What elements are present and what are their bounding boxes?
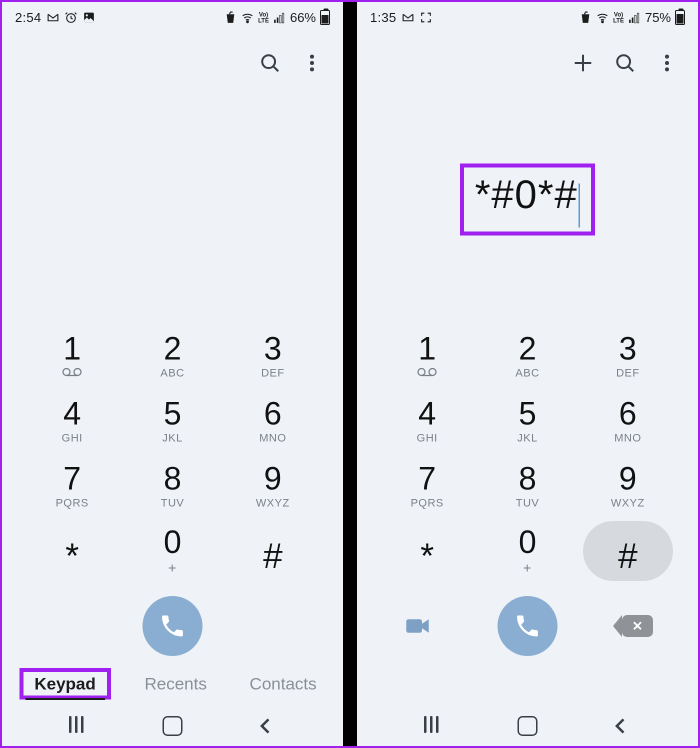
key-7[interactable]: 7PQRS xyxy=(382,456,472,516)
svg-point-8 xyxy=(262,55,275,68)
tab-contacts[interactable]: Contacts xyxy=(240,669,326,698)
svg-point-13 xyxy=(74,368,81,376)
bottom-tabs: Keypad Recents Contacts xyxy=(2,661,343,706)
volte-icon: Vo)LTE xyxy=(613,12,624,24)
key-1[interactable]: 1 xyxy=(382,326,472,386)
nav-recent-icon[interactable] xyxy=(69,716,89,736)
nav-bar xyxy=(2,706,343,746)
tab-recents[interactable]: Recents xyxy=(136,669,216,698)
video-call-button[interactable] xyxy=(398,606,438,646)
key-7[interactable]: 7PQRS xyxy=(27,456,117,516)
alarm-icon xyxy=(64,11,78,24)
wifi-icon xyxy=(241,11,254,24)
status-bar: 1:35 Vo)LTE 75% xyxy=(357,2,698,33)
nav-home-icon[interactable] xyxy=(518,716,538,736)
toolbar xyxy=(2,33,343,93)
battery-percent: 66% xyxy=(290,10,316,26)
key-star[interactable]: * xyxy=(27,521,117,581)
juice-icon xyxy=(224,11,237,24)
key-9[interactable]: 9WXYZ xyxy=(228,456,318,516)
signal-icon xyxy=(273,11,286,24)
backspace-button[interactable]: ✕ xyxy=(618,606,658,646)
voicemail-icon xyxy=(417,366,437,380)
key-1[interactable]: 1 xyxy=(27,326,117,386)
key-4[interactable]: 4GHI xyxy=(382,391,472,451)
svg-rect-15 xyxy=(629,20,630,23)
key-0[interactable]: 0+ xyxy=(128,521,218,581)
svg-point-10 xyxy=(310,61,314,65)
key-0[interactable]: 0+ xyxy=(482,521,572,581)
backspace-placeholder xyxy=(262,606,302,646)
search-icon[interactable] xyxy=(259,52,281,74)
key-3[interactable]: 3DEF xyxy=(228,326,318,386)
voicemail-icon xyxy=(62,366,82,380)
video-call-placeholder xyxy=(42,606,82,646)
key-3[interactable]: 3DEF xyxy=(583,326,673,386)
tab-keypad[interactable]: Keypad xyxy=(26,669,105,700)
dialed-number: *#0*# xyxy=(475,172,578,216)
phone-screen-right: 1:35 Vo)LTE 75% *#0*# 12ABC3DEF4GH xyxy=(357,2,698,746)
key-4[interactable]: 4GHI xyxy=(27,391,117,451)
svg-rect-18 xyxy=(637,13,638,23)
svg-point-12 xyxy=(63,368,70,376)
wifi-icon xyxy=(596,11,609,24)
call-row xyxy=(2,591,343,661)
signal-icon xyxy=(628,11,641,24)
svg-rect-25 xyxy=(406,620,422,633)
key-5[interactable]: 5JKL xyxy=(482,391,572,451)
svg-point-24 xyxy=(429,368,436,376)
status-time: 1:35 xyxy=(370,10,396,26)
key-8[interactable]: 8TUV xyxy=(128,456,218,516)
svg-point-22 xyxy=(665,68,669,72)
key-5[interactable]: 5JKL xyxy=(128,391,218,451)
svg-point-20 xyxy=(665,54,669,58)
battery-icon xyxy=(675,10,685,25)
backspace-icon: ✕ xyxy=(622,615,653,637)
key-6[interactable]: 6MNO xyxy=(583,391,673,451)
nav-recent-icon[interactable] xyxy=(424,716,444,736)
add-icon[interactable] xyxy=(572,52,594,74)
more-icon[interactable] xyxy=(301,52,323,74)
svg-rect-4 xyxy=(274,20,276,23)
battery-icon xyxy=(320,10,330,25)
svg-point-9 xyxy=(310,54,314,58)
svg-point-23 xyxy=(418,368,425,376)
svg-point-11 xyxy=(310,68,314,72)
svg-point-14 xyxy=(602,21,604,22)
status-bar: 2:54 Vo)LTE 66% xyxy=(2,2,343,33)
svg-point-21 xyxy=(665,61,669,65)
call-row: ✕ xyxy=(357,591,698,661)
svg-rect-7 xyxy=(282,13,284,23)
svg-rect-5 xyxy=(277,18,278,23)
status-time: 2:54 xyxy=(15,10,42,26)
more-icon[interactable] xyxy=(656,52,678,74)
key-8[interactable]: 8TUV xyxy=(482,456,572,516)
svg-point-3 xyxy=(247,21,248,22)
key-star[interactable]: * xyxy=(382,521,472,581)
svg-rect-6 xyxy=(280,16,281,23)
juice-icon xyxy=(579,11,592,24)
nav-home-icon[interactable] xyxy=(162,716,182,736)
call-button[interactable] xyxy=(498,596,558,656)
key-hash[interactable]: # xyxy=(583,521,673,581)
dial-display xyxy=(2,93,343,326)
phone-screen-left: 2:54 Vo)LTE 66% 12ABC3DEF4GHI5JKL6MNO7PQ… xyxy=(2,2,343,746)
call-button[interactable] xyxy=(142,596,202,656)
key-hash[interactable]: # xyxy=(228,521,318,581)
nav-back-icon[interactable] xyxy=(256,716,276,736)
svg-point-2 xyxy=(86,14,88,16)
dialed-number-highlight: *#0*# xyxy=(460,164,596,236)
search-icon[interactable] xyxy=(614,52,636,74)
svg-rect-16 xyxy=(632,18,634,23)
key-2[interactable]: 2ABC xyxy=(128,326,218,386)
nav-back-icon[interactable] xyxy=(611,716,631,736)
key-9[interactable]: 9WXYZ xyxy=(583,456,673,516)
gmail-icon xyxy=(46,11,60,24)
key-6[interactable]: 6MNO xyxy=(228,391,318,451)
key-2[interactable]: 2ABC xyxy=(482,326,572,386)
fullscreen-icon xyxy=(420,11,432,24)
text-cursor xyxy=(578,184,580,228)
tabs-placeholder xyxy=(357,661,698,706)
svg-rect-17 xyxy=(634,16,636,23)
toolbar xyxy=(357,33,698,93)
